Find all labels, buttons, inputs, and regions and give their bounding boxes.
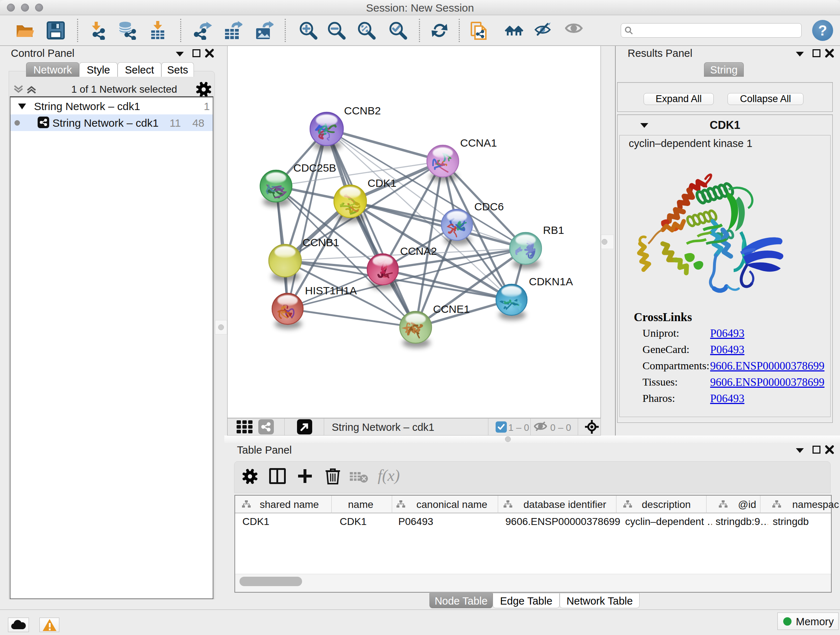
svg-text:RB1: RB1 [543,224,564,236]
svg-text:CDC25B: CDC25B [294,162,336,174]
svg-text:HIST1H1A: HIST1H1A [305,285,357,296]
svg-text:CCNB1: CCNB1 [302,236,339,249]
svg-text:CDK1: CDK1 [368,177,396,189]
svg-text:CCNB2: CCNB2 [344,105,381,117]
svg-text:CCNA1: CCNA1 [460,137,497,149]
svg-text:CCNE1: CCNE1 [433,303,470,315]
svg-text:CDKN1A: CDKN1A [529,276,573,287]
svg-text:CCNA2: CCNA2 [400,245,437,257]
svg-text:CDC6: CDC6 [474,201,504,212]
